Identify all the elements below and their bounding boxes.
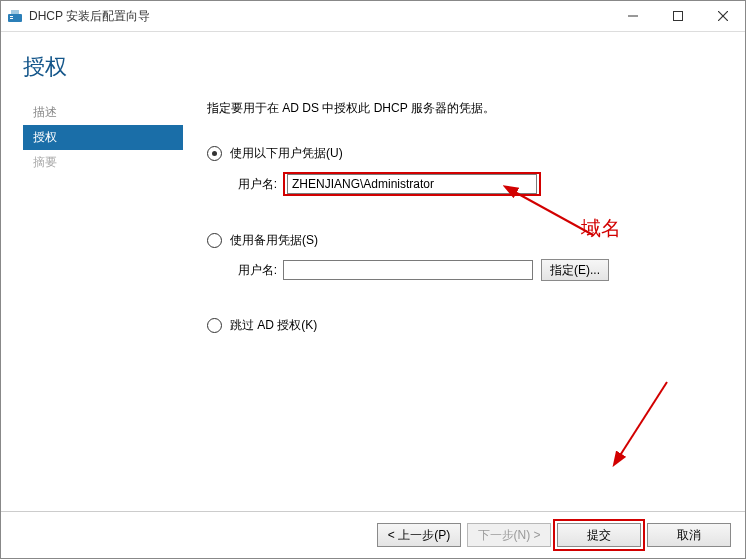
cancel-button[interactable]: 取消 [647,523,731,547]
radio-row-use-following[interactable]: 使用以下用户凭据(U) [207,145,715,162]
username-highlight-box [283,172,541,196]
radio-skip[interactable] [207,318,222,333]
description-text: 指定要用于在 AD DS 中授权此 DHCP 服务器的凭据。 [207,100,715,117]
commit-button[interactable]: 提交 [557,523,641,547]
username-label-2: 用户名: [229,262,277,279]
wizard-footer: < 上一步(P) 下一步(N) > 提交 取消 [1,511,745,558]
close-button[interactable] [700,1,745,31]
titlebar: DHCP 安装后配置向导 [1,1,745,32]
svg-rect-3 [11,10,19,14]
username-label-1: 用户名: [229,176,277,193]
radio-row-use-alternate[interactable]: 使用备用凭据(S) [207,232,715,249]
svg-rect-2 [10,18,13,19]
sidebar-item-summary: 摘要 [23,150,183,175]
username-field-alternate[interactable] [283,260,533,280]
next-button: 下一步(N) > [467,523,551,547]
annotation-arrow-to-commit [607,377,677,467]
radio-use-alternate[interactable] [207,233,222,248]
window-title: DHCP 安装后配置向导 [29,8,150,25]
username-field-following[interactable] [287,174,537,194]
radio-label-use-following: 使用以下用户凭据(U) [230,145,343,162]
option-skip: 跳过 AD 授权(K) [207,317,715,334]
option-use-alternate: 使用备用凭据(S) 用户名: 指定(E)... [207,232,715,281]
svg-line-8 [513,191,593,235]
svg-line-9 [619,382,667,457]
svg-rect-1 [10,16,13,17]
radio-use-following[interactable] [207,146,222,161]
radio-row-skip[interactable]: 跳过 AD 授权(K) [207,317,715,334]
option-use-following: 使用以下用户凭据(U) 用户名: [207,145,715,196]
previous-button[interactable]: < 上一步(P) [377,523,461,547]
svg-rect-5 [673,12,682,21]
radio-label-skip: 跳过 AD 授权(K) [230,317,317,334]
wizard-body: 授权 描述 授权 摘要 指定要用于在 AD DS 中授权此 DHCP 服务器的凭… [1,32,745,558]
minimize-button[interactable] [610,1,655,31]
maximize-button[interactable] [655,1,700,31]
sidebar-item-description[interactable]: 描述 [23,100,183,125]
sidebar-item-authorization[interactable]: 授权 [23,125,183,150]
wizard-window: DHCP 安装后配置向导 授权 描述 授权 摘要 指定要用于在 [0,0,746,559]
specify-button[interactable]: 指定(E)... [541,259,609,281]
sidebar: 描述 授权 摘要 [23,100,183,511]
page-heading: 授权 [1,32,745,100]
radio-label-use-alternate: 使用备用凭据(S) [230,232,318,249]
main-panel: 指定要用于在 AD DS 中授权此 DHCP 服务器的凭据。 使用以下用户凭据(… [183,100,745,511]
app-icon [7,8,23,24]
content-area: 描述 授权 摘要 指定要用于在 AD DS 中授权此 DHCP 服务器的凭据。 … [1,100,745,511]
